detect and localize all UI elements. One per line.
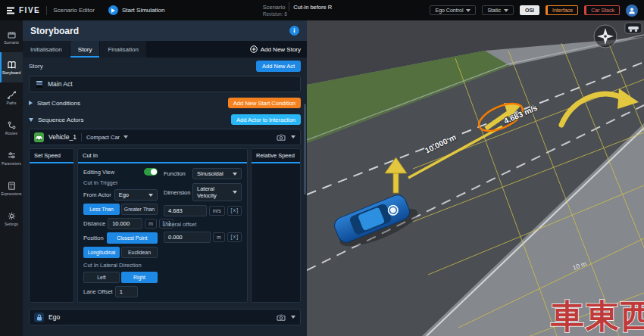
panel-title: Storyboard <box>30 26 79 36</box>
chevron-down-icon <box>233 173 237 176</box>
app-title: Scenario Editor <box>53 7 95 14</box>
storyboard-panel: Storyboard Initialisation Story Finalisa… <box>23 20 307 336</box>
vehicle-row[interactable]: Vehicle_1 Compact Car <box>29 129 301 145</box>
chevron-down-icon <box>123 135 128 138</box>
add-actor-to-interaction-button[interactable]: Add Actor to Interaction <box>231 114 301 125</box>
action-columns: Set Speed Cut In Editing View Cut In Tri… <box>23 145 307 304</box>
from-actor-dropdown[interactable]: Ego <box>114 189 158 201</box>
story-row: Story Add New Act <box>23 58 307 75</box>
add-new-act-button[interactable]: Add New Act <box>256 61 301 72</box>
set-speed-header[interactable]: Set Speed <box>30 149 73 163</box>
sidebar-item-paths[interactable]: Paths <box>0 82 23 113</box>
position-label: Position <box>83 235 104 241</box>
camera-icon[interactable] <box>277 314 286 321</box>
sidebar-item-parameters[interactable]: Parameters <box>0 143 23 173</box>
distance-unit: m <box>145 219 157 229</box>
main-act-row[interactable]: Main Act <box>29 76 301 92</box>
start-simulation-button[interactable]: Start Simulation <box>108 5 164 15</box>
scenario-icon <box>8 30 16 39</box>
ego-label: Ego <box>48 313 60 321</box>
function-dropdown[interactable]: Sinusoidal <box>192 168 242 179</box>
chevron-down-icon <box>504 9 508 12</box>
tab-story[interactable]: Story <box>70 41 100 58</box>
chevron-down-icon[interactable] <box>291 316 295 319</box>
cut-in-header[interactable]: Cut In <box>78 149 247 163</box>
parameters-icon <box>8 151 16 160</box>
scenario-revision: Revision: 8 <box>263 11 332 17</box>
chevron-down-icon[interactable] <box>291 135 295 138</box>
lateral-offset-input[interactable]: 0.000 <box>164 232 211 243</box>
top-bar: FIVE Scenario Editor Start Simulation Sc… <box>0 0 644 20</box>
expressions-icon <box>8 182 16 190</box>
editing-view-label: Editing View <box>83 169 114 176</box>
tab-finalisation[interactable]: Finalisation <box>100 41 145 58</box>
dimension-label: Dimension <box>164 189 189 196</box>
sidebar-item-routes[interactable]: Routes <box>0 113 23 143</box>
euclidean-button[interactable]: Euclidean <box>121 247 158 258</box>
viewport-3d[interactable]: 10.000 m 4.683 m/s 10 m <box>307 20 644 336</box>
person-icon <box>628 7 636 14</box>
from-actor-label: From Actor <box>83 191 111 198</box>
longitudinal-button[interactable]: Longitudinal <box>83 247 120 258</box>
divider <box>81 133 82 142</box>
panel-header: Storyboard <box>23 20 307 41</box>
chevron-down-icon <box>233 191 237 194</box>
sidebar-item-expressions[interactable]: Expressions <box>0 173 23 204</box>
set-speed-panel[interactable]: Set Speed <box>29 148 74 303</box>
storyboard-icon <box>8 61 16 69</box>
left-button[interactable]: Left <box>83 272 120 283</box>
compass-icon[interactable] <box>594 25 617 48</box>
car-stack-badge[interactable]: Car Stack <box>584 5 620 15</box>
lateral-direction-label: Cut In Lateral Direction <box>83 262 158 269</box>
ego-control-dropdown[interactable]: Ego Control <box>430 5 476 15</box>
expression-icon[interactable]: [x] <box>227 206 242 216</box>
lateral-offset-label: Lateral offset <box>164 221 242 228</box>
lateral-offset-unit: m <box>213 232 225 242</box>
expression-icon[interactable]: [x] <box>227 232 242 242</box>
vehicle-icon <box>34 132 44 142</box>
closest-point-button[interactable]: Closest Point <box>107 232 158 244</box>
add-new-start-condition-button[interactable]: Add New Start Condition <box>228 98 301 108</box>
storyboard-tabs: Initialisation Story Finalisation Add Ne… <box>23 41 307 58</box>
sidebar-item-scenario[interactable]: Scenario <box>0 22 23 52</box>
user-avatar[interactable] <box>626 5 638 17</box>
velocity-input[interactable]: 4.683 <box>164 205 207 216</box>
view-mode-button[interactable] <box>625 23 642 33</box>
triangle-down-icon[interactable] <box>29 118 33 122</box>
lane-offset-input[interactable]: 1 <box>115 286 138 297</box>
divider <box>46 6 47 15</box>
car-glyph-icon <box>628 26 639 30</box>
relative-speed-header[interactable]: Relative Speed <box>252 149 300 163</box>
scenario-label: Scenario <box>263 4 286 11</box>
triangle-right-icon[interactable] <box>29 101 33 105</box>
osi-button[interactable]: OSI <box>520 5 539 15</box>
start-conditions-section: Start Conditions Add New Start Condition <box>23 95 307 111</box>
right-button[interactable]: Right <box>121 272 158 283</box>
dimension-dropdown[interactable]: Lateral Velocity <box>192 183 242 201</box>
distance-input[interactable]: 10.000 <box>108 218 142 229</box>
sequence-actors-label: Sequence Actors <box>38 117 83 123</box>
add-new-story-button[interactable]: Add New Story <box>250 41 301 58</box>
scenario-meta: Scenario Cut-in before R Revision: 8 <box>263 2 332 17</box>
interface-badge[interactable]: Interface <box>546 5 578 15</box>
greater-than-button[interactable]: Greater Than <box>121 204 158 215</box>
distance-label: Distance <box>83 220 105 227</box>
play-icon <box>108 5 118 15</box>
editing-view-toggle[interactable] <box>144 168 158 176</box>
scenario-editor-window: FIVE Scenario Editor Start Simulation Sc… <box>0 0 644 336</box>
panel-scrollbar[interactable] <box>304 104 306 194</box>
camera-icon[interactable] <box>277 134 286 141</box>
info-icon[interactable] <box>289 26 299 36</box>
brand: FIVE <box>6 6 40 15</box>
tab-initialisation[interactable]: Initialisation <box>23 41 70 58</box>
less-than-button[interactable]: Less Than <box>83 204 120 215</box>
routes-icon <box>8 121 16 129</box>
watermark: 車東西 <box>550 297 644 334</box>
ego-row[interactable]: Ego <box>29 309 301 325</box>
sidebar-item-storyboard[interactable]: Storyboard <box>0 52 23 82</box>
vehicle-type-dropdown[interactable]: Compact Car <box>86 134 128 141</box>
gear-icon <box>8 212 16 220</box>
relative-speed-panel[interactable]: Relative Speed <box>251 148 301 303</box>
sidebar-item-settings[interactable]: Settings <box>0 204 23 234</box>
mode-dropdown[interactable]: Static <box>482 5 514 15</box>
